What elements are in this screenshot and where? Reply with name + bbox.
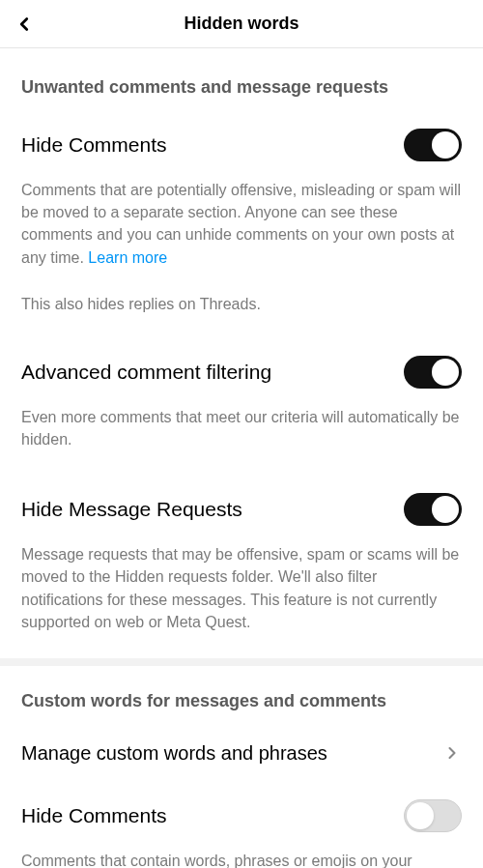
description-advanced-filtering: Even more comments that meet our criteri… [0, 400, 483, 479]
section-divider [0, 658, 483, 666]
toggle-advanced-filtering[interactable] [404, 356, 462, 389]
setting-title-hide-message-requests: Hide Message Requests [21, 498, 242, 521]
chevron-right-icon [442, 743, 462, 763]
toggle-knob [432, 131, 459, 159]
setting-hide-comments-custom: Hide Comments [0, 786, 483, 844]
manage-custom-words-row[interactable]: Manage custom words and phrases [0, 717, 483, 786]
setting-title-hide-comments-custom: Hide Comments [21, 804, 167, 827]
toggle-knob [432, 359, 459, 386]
setting-hide-message-requests: Hide Message Requests [0, 479, 483, 537]
description-hide-comments: Comments that are potentially offensive,… [0, 173, 483, 286]
section-header-unwanted: Unwanted comments and message requests [0, 48, 483, 115]
learn-more-link[interactable]: Learn more [88, 249, 167, 266]
setting-title-hide-comments: Hide Comments [21, 133, 167, 157]
manage-custom-words-label: Manage custom words and phrases [21, 742, 327, 765]
page-header: Hidden words [0, 0, 483, 48]
toggle-knob [432, 496, 459, 523]
section-header-custom: Custom words for messages and comments [0, 666, 483, 717]
toggle-hide-comments-custom[interactable] [404, 799, 462, 832]
description-hide-comments-custom: Comments that contain words, phrases or … [0, 844, 483, 868]
setting-hide-comments: Hide Comments [0, 115, 483, 173]
toggle-hide-comments[interactable] [404, 129, 462, 161]
note-hide-comments-threads: This also hides replies on Threads. [0, 286, 483, 342]
page-title: Hidden words [184, 14, 298, 34]
chevron-left-icon [14, 14, 35, 35]
setting-title-advanced-filtering: Advanced comment filtering [21, 361, 271, 384]
settings-scroll-area[interactable]: Unwanted comments and message requests H… [0, 48, 483, 868]
setting-advanced-filtering: Advanced comment filtering [0, 342, 483, 400]
back-button[interactable] [10, 10, 39, 39]
toggle-hide-message-requests[interactable] [404, 493, 462, 526]
toggle-knob [407, 802, 434, 829]
description-hide-message-requests: Message requests that may be offensive, … [0, 537, 483, 658]
